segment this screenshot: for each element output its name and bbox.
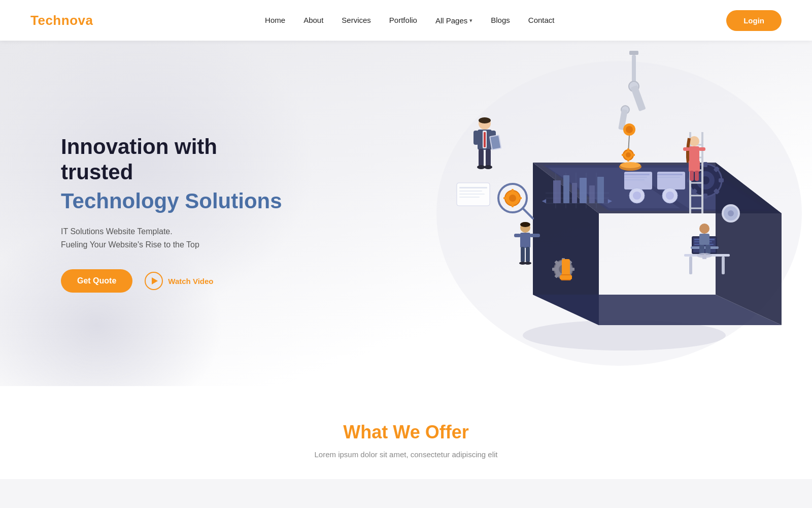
svg-rect-84 <box>479 149 484 167</box>
nav-home[interactable]: Home <box>265 16 285 24</box>
svg-rect-90 <box>689 161 700 172</box>
svg-rect-131 <box>570 268 574 271</box>
login-button[interactable]: Login <box>726 10 782 31</box>
svg-point-65 <box>620 162 640 168</box>
svg-rect-41 <box>719 178 724 182</box>
section-title: What We Offer <box>30 422 782 443</box>
svg-rect-40 <box>703 194 707 199</box>
svg-rect-125 <box>519 197 522 199</box>
svg-rect-124 <box>512 204 514 207</box>
svg-point-87 <box>484 165 492 169</box>
svg-rect-12 <box>580 178 587 203</box>
svg-rect-105 <box>689 257 692 274</box>
nav-links: Home About Services Portfolio All Pages … <box>265 16 554 25</box>
navbar: Technova Home About Services Portfolio A… <box>0 0 812 41</box>
svg-rect-63 <box>622 154 625 156</box>
svg-rect-147 <box>459 197 480 198</box>
svg-rect-85 <box>486 149 491 167</box>
svg-rect-92 <box>699 147 705 151</box>
svg-rect-115 <box>691 246 719 249</box>
svg-rect-94 <box>695 171 699 181</box>
hero-actions: Get Quote Watch Video <box>61 269 284 293</box>
svg-rect-101 <box>526 247 530 262</box>
svg-rect-91 <box>683 147 690 151</box>
svg-rect-28 <box>657 174 683 175</box>
svg-rect-93 <box>690 171 694 181</box>
svg-rect-145 <box>459 190 482 192</box>
svg-rect-80 <box>473 131 479 145</box>
svg-rect-14 <box>597 177 604 203</box>
svg-rect-49 <box>629 51 638 55</box>
hero-illustration: ◄ ► <box>376 41 812 386</box>
nav-all-pages[interactable]: All Pages ▾ <box>435 16 472 25</box>
svg-rect-60 <box>627 148 629 151</box>
svg-point-88 <box>689 136 699 146</box>
svg-point-76 <box>479 117 491 123</box>
svg-rect-99 <box>530 234 540 237</box>
svg-rect-114 <box>699 234 709 245</box>
svg-rect-61 <box>627 158 629 162</box>
watch-video-button[interactable]: Watch Video <box>145 272 213 290</box>
svg-rect-25 <box>624 177 647 178</box>
nav-about[interactable]: About <box>303 16 323 24</box>
hero-content: Innovation with trusted Technology Solut… <box>0 134 284 293</box>
hero-title-line2: Technology Solutions <box>61 188 284 214</box>
svg-point-96 <box>520 222 530 227</box>
svg-rect-24 <box>624 174 650 175</box>
svg-rect-26 <box>624 179 645 180</box>
svg-rect-97 <box>520 233 530 248</box>
svg-rect-10 <box>563 175 569 203</box>
svg-text:◄: ◄ <box>540 197 548 205</box>
hero-title-line1: Innovation with trusted <box>61 134 284 185</box>
hero-section: Innovation with trusted Technology Solut… <box>0 41 812 386</box>
svg-rect-132 <box>552 268 556 271</box>
svg-rect-137 <box>562 259 570 277</box>
svg-rect-98 <box>514 234 521 237</box>
svg-point-56 <box>626 126 633 133</box>
svg-text:►: ► <box>606 197 614 205</box>
svg-point-86 <box>477 165 485 169</box>
nav-contact[interactable]: Contact <box>528 16 555 24</box>
svg-rect-123 <box>512 189 514 192</box>
svg-rect-62 <box>632 154 635 156</box>
svg-point-59 <box>626 152 631 157</box>
svg-rect-139 <box>560 275 572 279</box>
svg-rect-100 <box>521 247 525 262</box>
svg-rect-106 <box>722 257 725 274</box>
svg-rect-9 <box>553 180 561 203</box>
svg-rect-89 <box>689 146 699 162</box>
section-description: Lorem ipsum dolor sit amet, consectetur … <box>30 450 782 459</box>
svg-point-122 <box>509 195 516 202</box>
svg-rect-13 <box>589 185 595 203</box>
chevron-down-icon: ▾ <box>469 17 472 24</box>
svg-point-113 <box>699 224 709 234</box>
svg-rect-144 <box>459 187 487 188</box>
svg-rect-39 <box>703 162 707 167</box>
hero-description: IT Solutions Website Template. Fueling Y… <box>61 225 284 251</box>
play-triangle-icon <box>152 277 158 284</box>
nav-services[interactable]: Services <box>342 16 371 24</box>
svg-point-142 <box>728 210 734 216</box>
svg-point-103 <box>524 262 531 265</box>
what-we-offer-section: What We Offer Lorem ipsum dolor sit amet… <box>0 386 812 479</box>
play-circle-icon <box>145 272 163 290</box>
svg-point-35 <box>666 192 674 200</box>
svg-rect-146 <box>459 194 485 195</box>
nav-portfolio[interactable]: Portfolio <box>389 16 417 24</box>
brand-logo[interactable]: Technova <box>30 13 93 28</box>
nav-blogs[interactable]: Blogs <box>491 16 510 24</box>
svg-rect-126 <box>503 197 506 199</box>
svg-point-118 <box>697 253 712 258</box>
svg-rect-79 <box>484 132 486 147</box>
svg-rect-29 <box>657 177 680 178</box>
get-quote-button[interactable]: Get Quote <box>61 269 132 293</box>
svg-point-33 <box>633 192 641 200</box>
